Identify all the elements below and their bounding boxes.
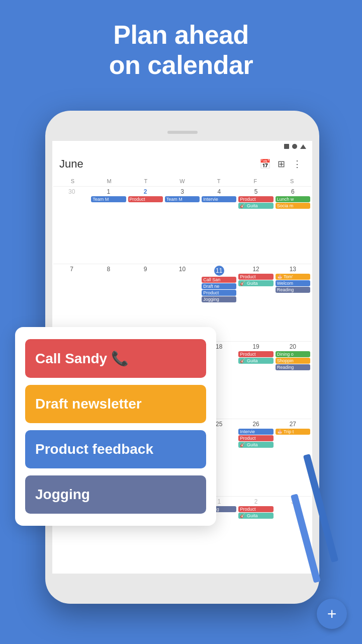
event-pill[interactable]: Shoppin — [276, 358, 310, 364]
event-pill[interactable]: Product — [238, 506, 273, 512]
event-pill[interactable]: Product — [238, 435, 273, 441]
cell-date: 4 — [202, 188, 236, 195]
cell-date: 2 — [238, 498, 273, 505]
cell-date: 3 — [165, 188, 200, 195]
day-header-T: T — [201, 176, 237, 186]
event-pill[interactable]: 🎸 Guita — [238, 358, 273, 364]
cal-cell-w0d6[interactable]: 6Lunch wSocia m — [275, 186, 311, 264]
event-pill[interactable]: 🎸 Guita — [238, 442, 273, 448]
task-card: Call Sandy 📞Draft newsletterProduct feed… — [15, 327, 216, 526]
task-button-product-feedback[interactable]: Product feedback — [25, 430, 206, 468]
cell-date: 11 — [214, 266, 224, 276]
status-bar — [52, 141, 312, 152]
event-pill[interactable]: Reading — [276, 287, 310, 293]
task-button-jogging[interactable]: Jogging — [25, 475, 206, 514]
cell-date: 27 — [276, 421, 310, 428]
event-pill[interactable]: 🎂 Trip t — [276, 429, 310, 435]
cal-cell-w4d5[interactable]: 2Product🎸 Guita — [237, 496, 274, 574]
cal-cell-w2d6[interactable]: 20Dining oShoppinReading — [275, 341, 311, 419]
day-header-T: T — [127, 176, 164, 186]
day-header-F: F — [237, 176, 274, 186]
wifi-icon — [300, 144, 306, 149]
cell-date: 2 — [128, 188, 163, 195]
cal-cell-w0d1[interactable]: 1Team M — [90, 186, 127, 264]
event-pill[interactable]: Intervie — [238, 429, 273, 435]
cal-cell-w0d5[interactable]: 5Product🎸 Guita — [237, 186, 274, 264]
event-pill[interactable]: Jogging — [202, 296, 236, 302]
cal-cell-w3d5[interactable]: 26IntervieProduct🎸 Guita — [237, 419, 274, 496]
event-pill[interactable]: 🎸 Guita — [238, 203, 273, 209]
cell-date: 1 — [91, 188, 126, 195]
calendar-header: June 📅 ⊞ ⋮ — [52, 152, 312, 176]
event-pill[interactable]: Dining o — [276, 351, 310, 357]
hero-line1: Plan ahead — [0, 20, 362, 50]
event-pill[interactable]: Team M — [165, 196, 200, 202]
hero-text: Plan ahead on calendar — [0, 0, 362, 80]
event-pill[interactable]: Product — [128, 196, 163, 202]
cell-date: 10 — [165, 266, 200, 273]
event-pill[interactable]: Product — [238, 351, 273, 357]
event-pill[interactable]: Lunch w — [276, 196, 310, 202]
cell-date: 12 — [238, 266, 273, 273]
cell-date: 7 — [54, 266, 89, 273]
task-button-draft-newsletter[interactable]: Draft newsletter — [25, 385, 206, 423]
cell-date: 30 — [54, 188, 89, 195]
cell-date: 26 — [238, 421, 273, 428]
calendar-icon-btn[interactable]: 📅 — [257, 156, 273, 172]
cal-cell-w1d6[interactable]: 13🎂 Tom'WelcomReading — [275, 264, 311, 341]
cell-date: 5 — [238, 188, 273, 195]
hero-line2: on calendar — [0, 50, 362, 80]
cell-date: 13 — [276, 266, 310, 273]
day-header-W: W — [164, 176, 201, 186]
cal-cell-w0d2[interactable]: 2Product — [127, 186, 164, 264]
cal-cell-w0d4[interactable]: 4Intervie — [201, 186, 237, 264]
day-header-M: M — [91, 176, 128, 186]
event-pill[interactable]: Draft ne — [202, 283, 236, 289]
cal-cell-w0d0[interactable]: 30 — [53, 186, 90, 264]
cell-date: 9 — [128, 266, 163, 273]
signal-icon — [292, 144, 297, 149]
event-pill[interactable]: 🎂 Tom' — [276, 274, 310, 280]
day-header-S: S — [54, 176, 91, 186]
event-pill[interactable]: Product — [202, 290, 236, 296]
cell-date: 20 — [276, 343, 310, 350]
phone-speaker — [167, 131, 198, 134]
event-pill[interactable]: Team M — [91, 196, 126, 202]
more-options-btn[interactable]: ⋮ — [289, 156, 305, 172]
cell-date: 6 — [276, 188, 310, 195]
event-pill[interactable]: Product — [238, 274, 273, 280]
cell-date: 19 — [238, 343, 273, 350]
event-pill[interactable]: 🎸 Guita — [238, 513, 273, 519]
phone-mockup: June 📅 ⊞ ⋮ SMTWTFS 301Team M2Product3Tea… — [45, 111, 319, 604]
day-header-S: S — [274, 176, 310, 186]
task-button-call-sandy-📞[interactable]: Call Sandy 📞 — [25, 339, 206, 378]
event-pill[interactable]: Product — [238, 196, 273, 202]
event-pill[interactable]: Intervie — [202, 196, 236, 202]
event-pill[interactable]: Call San — [202, 277, 236, 283]
calendar-month: June — [59, 157, 257, 171]
cal-cell-w2d5[interactable]: 19Product🎸 Guita — [237, 341, 274, 419]
cal-cell-w1d5[interactable]: 12Product🎸 Guita — [237, 264, 274, 341]
event-pill[interactable]: Reading — [276, 364, 310, 370]
fab-button[interactable]: + — [317, 599, 347, 629]
cal-cell-w0d3[interactable]: 3Team M — [164, 186, 201, 264]
event-pill[interactable]: Welcom — [276, 280, 310, 286]
cell-date: 8 — [91, 266, 126, 273]
grid-view-btn[interactable]: ⊞ — [273, 156, 289, 172]
event-pill[interactable]: Socia m — [276, 203, 310, 209]
day-headers: SMTWTFS — [52, 176, 312, 186]
event-pill[interactable]: 🎸 Guita — [238, 280, 273, 286]
battery-icon — [284, 144, 289, 149]
